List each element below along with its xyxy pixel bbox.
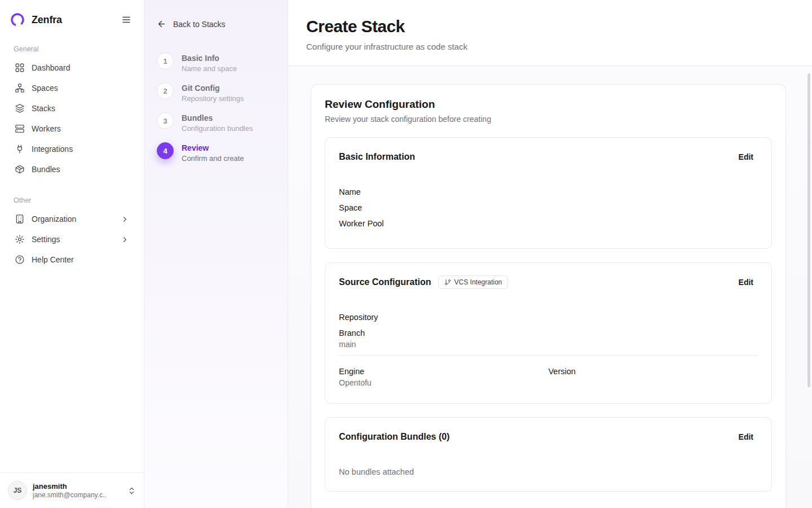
step-subtitle: Configuration bundles (182, 124, 253, 133)
field-label: Branch (339, 327, 758, 339)
step-number: 1 (157, 52, 174, 69)
field-value (339, 213, 758, 218)
section-title: Source Configuration (339, 277, 431, 287)
step-number: 4 (157, 142, 174, 159)
avatar: JS (8, 481, 27, 500)
step-bundles[interactable]: 3 Bundles Configuration bundles (157, 112, 275, 133)
basic-information-section: Basic Information Edit Name Space Worker… (325, 137, 772, 249)
sidebar-item-label: Organization (32, 214, 76, 224)
stacks-icon (15, 103, 25, 113)
wizard-panel: Back to Stacks 1 Basic Info Name and spa… (144, 0, 288, 508)
step-git-config[interactable]: 2 Git Config Repository settings (157, 82, 275, 103)
field-branch: Branch main (339, 327, 758, 350)
sidebar: Zenfra General Dashboard Spaces Stacks W… (0, 0, 144, 508)
configuration-bundles-section: Configuration Bundles (0) Edit No bundle… (325, 417, 772, 492)
sidebar-item-label: Integrations (32, 144, 73, 154)
field-value (339, 198, 758, 202)
integrations-icon (15, 144, 25, 154)
hamburger-icon (121, 15, 131, 25)
nav-section-general: General (9, 41, 135, 58)
main-content: Create Stack Configure your infrastructu… (288, 0, 812, 508)
step-number: 3 (157, 112, 174, 129)
sidebar-item-label: Bundles (32, 165, 60, 174)
field-value: main (339, 339, 758, 350)
page-body: Review Configuration Review your stack c… (288, 66, 812, 508)
review-title: Review Configuration (325, 98, 772, 111)
app-name: Zenfra (32, 14, 62, 26)
sidebar-nav: General Dashboard Spaces Stacks Workers … (0, 37, 144, 270)
sidebar-item-settings[interactable]: Settings (9, 229, 135, 249)
sidebar-toggle-button[interactable] (118, 11, 135, 28)
sidebar-item-help-center[interactable]: Help Center (9, 249, 135, 270)
sidebar-item-bundles[interactable]: Bundles (9, 159, 135, 179)
field-worker-pool: Worker Pool (339, 218, 758, 234)
step-subtitle: Name and space (182, 64, 237, 73)
field-space: Space (339, 202, 758, 218)
user-menu[interactable]: JS janesmith jane.smith@company.c... (0, 472, 144, 508)
edit-source-config-button[interactable]: Edit (734, 274, 758, 290)
sidebar-item-label: Help Center (32, 255, 74, 264)
git-branch-icon (444, 279, 451, 286)
vcs-integration-badge: VCS Integration (438, 275, 509, 289)
chevron-right-icon (121, 235, 129, 244)
field-label: Engine (339, 366, 549, 377)
spaces-icon (15, 83, 25, 93)
back-to-stacks-label: Back to Stacks (173, 20, 226, 29)
badge-label: VCS Integration (454, 278, 502, 286)
step-title: Review (182, 142, 244, 152)
step-title: Bundles (182, 112, 253, 122)
sidebar-item-workers[interactable]: Workers (9, 119, 135, 139)
review-configuration-card: Review Configuration Review your stack c… (311, 84, 786, 508)
page-header: Create Stack Configure your infrastructu… (288, 0, 812, 66)
field-name: Name (339, 186, 758, 202)
sidebar-item-dashboard[interactable]: Dashboard (9, 58, 135, 78)
field-engine: Engine Opentofu (339, 366, 549, 388)
edit-bundles-button[interactable]: Edit (734, 429, 758, 445)
field-value: Opentofu (339, 377, 549, 388)
sidebar-item-organization[interactable]: Organization (9, 209, 135, 229)
field-label: Version (549, 366, 758, 377)
organization-icon (15, 214, 25, 224)
step-basic-info[interactable]: 1 Basic Info Name and space (157, 52, 275, 73)
nav-section-other: Other (9, 192, 135, 209)
user-email: jane.smith@company.c... (33, 491, 106, 500)
page-subtitle: Configure your infrastructure as code st… (306, 42, 794, 51)
step-subtitle: Confirm and create (182, 154, 244, 163)
field-value (339, 323, 758, 327)
step-title: Basic Info (182, 52, 237, 63)
field-label: Worker Pool (339, 218, 758, 229)
step-review[interactable]: 4 Review Confirm and create (157, 142, 275, 163)
field-version: Version (549, 366, 758, 388)
dashboard-icon (15, 63, 25, 73)
field-value (549, 377, 758, 382)
section-title: Configuration Bundles (0) (339, 432, 449, 442)
sidebar-item-integrations[interactable]: Integrations (9, 139, 135, 159)
sidebar-header: Zenfra (0, 0, 144, 37)
chevron-right-icon (121, 215, 129, 224)
help-icon (15, 255, 25, 265)
workers-icon (15, 124, 25, 134)
source-configuration-section: Source Configuration VCS Integration Edi… (325, 262, 772, 404)
sidebar-item-label: Stacks (32, 104, 55, 113)
step-subtitle: Repository settings (182, 94, 244, 103)
user-meta: janesmith jane.smith@company.c... (33, 482, 122, 500)
sidebar-item-label: Spaces (32, 84, 58, 93)
section-divider (339, 355, 758, 356)
bundles-icon (15, 164, 25, 174)
back-to-stacks-button[interactable]: Back to Stacks (157, 19, 226, 29)
sidebar-item-stacks[interactable]: Stacks (9, 98, 135, 119)
wizard-steps: 1 Basic Info Name and space 2 Git Config… (157, 52, 275, 163)
section-title: Basic Information (339, 152, 415, 162)
review-subtitle: Review your stack configuration before c… (325, 115, 772, 124)
scrollbar-thumb[interactable] (807, 73, 810, 387)
field-value (339, 229, 758, 234)
field-repository: Repository (339, 312, 758, 327)
zenfra-logo-icon (9, 11, 26, 28)
gear-icon (15, 234, 25, 244)
no-bundles-message: No bundles attached (339, 467, 758, 476)
sidebar-item-spaces[interactable]: Spaces (9, 78, 135, 98)
page-title: Create Stack (306, 17, 794, 36)
user-name: janesmith (33, 482, 122, 491)
brand: Zenfra (9, 11, 62, 28)
edit-basic-info-button[interactable]: Edit (734, 149, 758, 165)
